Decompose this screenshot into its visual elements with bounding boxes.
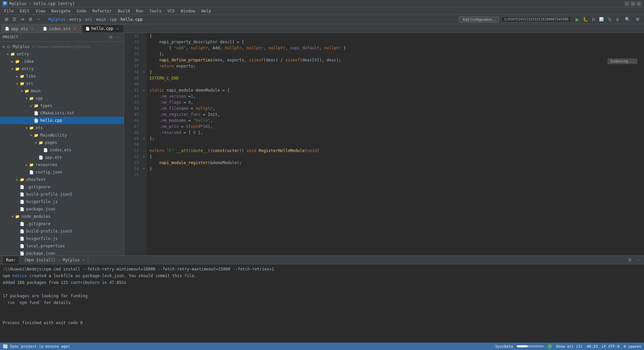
tree-item-mainability[interactable]: ▼ 📁 MainAbility: [0, 132, 124, 139]
tree-item-ets[interactable]: ▼ 📁 ets: [0, 124, 124, 132]
menu-vcs[interactable]: VCS: [165, 8, 177, 14]
menu-help[interactable]: Help: [199, 8, 214, 14]
tree-item-buildprofile2[interactable]: 📄 build-profile.json5: [0, 228, 124, 235]
bottom-tab-npm-label: [Npm Install] - MyCplus: [24, 258, 80, 262]
tab-index-ets[interactable]: 📄 index.ets ✕: [39, 24, 81, 33]
tab-app-ets[interactable]: 📄 app.ets ✕: [1, 24, 39, 33]
bottom-tab-run[interactable]: Run:: [3, 256, 19, 264]
attach-button[interactable]: 📎: [606, 16, 613, 23]
code-content[interactable]: { napi_property_descriptor desc[] = { { …: [147, 33, 644, 255]
close-button[interactable]: ✕: [637, 1, 641, 6]
search-everywhere-button[interactable]: 🔍: [624, 16, 631, 23]
minus-toggle[interactable]: −: [35, 16, 42, 23]
tree-item-entry2[interactable]: ▼ 📁 entry: [0, 65, 124, 72]
bottom-minimize-button[interactable]: −: [635, 257, 641, 263]
clean-button[interactable]: 🗑: [614, 16, 621, 23]
icon-indexets: 📄: [43, 148, 48, 152]
debug-button[interactable]: 🐛: [582, 16, 589, 23]
sidebar-collapse-button[interactable]: −: [115, 34, 121, 40]
tree-item-resources[interactable]: ▶ 📁 resources: [0, 161, 124, 168]
menu-build[interactable]: Build: [115, 8, 132, 14]
tree-item-buildprofile1[interactable]: 📄 build-profile.json5: [0, 191, 124, 198]
structure-toggle[interactable]: ☰: [11, 16, 18, 23]
code-line-55: [150, 172, 641, 178]
tree-item-main[interactable]: ▼ 📁 main: [0, 87, 124, 95]
tree-item-configjson[interactable]: 📄 config.json: [0, 168, 124, 176]
menu-navigate[interactable]: Navigate: [49, 8, 73, 14]
settings-toggle[interactable]: ⚙: [27, 16, 34, 23]
maximize-button[interactable]: □: [631, 1, 635, 6]
tree-item-hvigorfile2[interactable]: 📄 hvigorfile.js: [0, 235, 124, 242]
breadcrumb-cpp[interactable]: cpp: [110, 17, 117, 22]
tree-item-appets[interactable]: 📄 app.ets: [0, 154, 124, 161]
project-view-toggle[interactable]: ⊞: [3, 16, 10, 23]
run-config-dropdown[interactable]: 2c010f53455332533210100007645900: [501, 16, 571, 22]
status-encoding[interactable]: LF UTF-8: [602, 344, 620, 349]
code-line-39: EXTERN_C_END: [150, 75, 641, 81]
icon-hvigorfile2: 📄: [19, 237, 25, 241]
tree-item-indexets[interactable]: 📄 index.ets: [0, 146, 124, 154]
bookmark-toggle[interactable]: ⇔: [19, 16, 26, 23]
tree-item-entry[interactable]: ▼ 📁 entry: [0, 50, 124, 58]
code-container: 32333435 36373839 40414243 44454647 4849…: [124, 33, 644, 255]
menu-tools[interactable]: Tools: [147, 8, 164, 14]
profile-button[interactable]: 📊: [598, 16, 605, 23]
bottom-settings-button[interactable]: ⚙: [627, 257, 633, 263]
icon-packagejson1: 📄: [19, 207, 25, 211]
status-indent[interactable]: 4 spaces: [624, 344, 641, 349]
code-line-53: napi_module_register(&demoModule);: [150, 160, 641, 166]
breadcrumb-main[interactable]: main: [96, 17, 106, 22]
tab-close-index-ets[interactable]: ✕: [73, 27, 77, 31]
menu-window[interactable]: Window: [178, 8, 198, 14]
tree-item-localprops[interactable]: 📄 local.properties: [0, 242, 124, 250]
tree-item-cpp[interactable]: ▼ 📁 cpp: [0, 95, 124, 102]
menu-file[interactable]: File: [1, 8, 16, 14]
toolbar: ⊞ ☰ ⇔ ⚙ − MyCplus › entry › src › main ›…: [0, 15, 644, 24]
menu-view[interactable]: View: [33, 8, 48, 14]
tree-item-nodemodules[interactable]: ▼ 📁 node_modules: [0, 213, 124, 220]
tree-item-ohostest[interactable]: ▶ 📁 ohosTest: [0, 176, 124, 183]
settings-main-button[interactable]: ⚙: [634, 16, 641, 23]
menu-edit[interactable]: Edit: [17, 8, 32, 14]
status-show-all[interactable]: Show all (2): [556, 344, 582, 349]
tree-item-pages[interactable]: ▼ 📁 pages: [0, 139, 124, 146]
arrow-ohostest: ▶: [15, 178, 19, 182]
tab-hello-cpp[interactable]: 📄 hello.cpp ✕: [82, 24, 124, 33]
tab-close-app-ets[interactable]: ✕: [30, 27, 35, 31]
tree-item-src[interactable]: ▼ 📁 src: [0, 80, 124, 87]
status-syncdata[interactable]: SyncData: [495, 344, 513, 349]
minimize-button[interactable]: —: [625, 1, 629, 6]
tree-item-cmakelists[interactable]: 📄 CMakeLists.txt: [0, 109, 124, 117]
bottom-tab-npm-close[interactable]: ✕: [83, 258, 85, 262]
tab-label-hello-cpp: hello.cpp: [92, 26, 113, 31]
menu-code[interactable]: Code: [74, 8, 89, 14]
label-indexets: index.ets: [50, 148, 71, 152]
status-sync-text[interactable]: Sync project (a minute ago): [10, 344, 70, 349]
breadcrumb-src[interactable]: src: [85, 17, 93, 22]
console-output: :\\Huawei\Nodejs\npm.cmd install --fetch…: [0, 264, 644, 343]
bottom-tab-npm[interactable]: [Npm Install] - MyCplus ✕: [21, 256, 88, 264]
tree-item-mycplus[interactable]: ▼ 🗂 MyCplus E:\Huawei\OpenHarmony\MyCplu…: [0, 43, 124, 50]
sidebar-gear-button[interactable]: ⚙: [108, 34, 114, 40]
tree-item-idea[interactable]: ▶ 📁 .idea: [0, 58, 124, 65]
tree-item-hvigorfile1[interactable]: 📄 hvigorfile.js: [0, 198, 124, 205]
tree-item-gitignore2[interactable]: 📄 .gitignore: [0, 220, 124, 228]
tree-item-libs[interactable]: ▶ 📁 libs: [0, 72, 124, 80]
tab-close-hello-cpp[interactable]: ✕: [115, 26, 120, 31]
run-button[interactable]: ▶: [574, 16, 581, 23]
breadcrumb-entry[interactable]: entry: [69, 17, 81, 22]
label-types: types: [40, 103, 52, 108]
menu-run[interactable]: Run: [133, 8, 146, 14]
tree-item-packagejson1[interactable]: 📄 package.json: [0, 205, 124, 213]
add-configuration-button[interactable]: Add Configuration...: [459, 16, 499, 22]
menu-refactor[interactable]: Refactor: [90, 8, 114, 14]
stop-button[interactable]: ⏸: [590, 16, 597, 23]
label-gitignore2: .gitignore: [26, 221, 50, 226]
tree-item-types[interactable]: ▶ 📁 types: [0, 102, 124, 109]
arrow-src: ▼: [15, 82, 19, 86]
console-line-6: run `npm fund` for details: [3, 299, 641, 306]
breadcrumb-file[interactable]: hello.cpp: [121, 17, 143, 22]
tree-item-packagejson2[interactable]: 📄 package.json: [0, 250, 124, 255]
tree-item-hellocpp[interactable]: 📄 hello.cpp: [0, 117, 124, 124]
tree-item-gitignore1[interactable]: 📄 .gitignore: [0, 183, 124, 191]
